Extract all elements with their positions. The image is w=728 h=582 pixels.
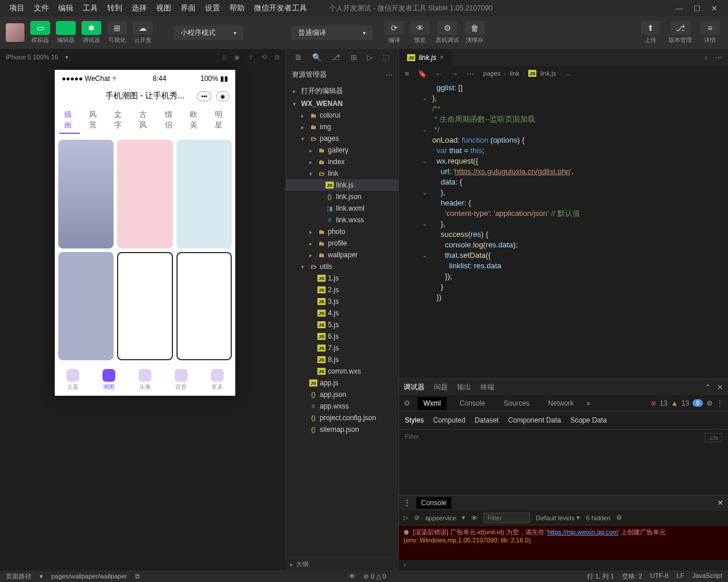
category-tab[interactable]: 插画 — [59, 107, 80, 134]
dbg-tab[interactable]: 终端 — [480, 382, 494, 392]
nav-item[interactable]: 文案 — [66, 369, 79, 391]
eye-icon[interactable]: 👁 — [471, 514, 478, 521]
copy-icon[interactable]: ⧉ — [135, 573, 140, 580]
rotate-icon[interactable]: ⟲ — [261, 54, 267, 61]
levels-dropdown[interactable]: Default levels ▾ — [536, 514, 580, 521]
list-icon[interactable]: ≡ — [405, 69, 409, 78]
tree-row[interactable]: JScomm.wxs — [286, 365, 398, 377]
tool-button[interactable]: ⬆ — [641, 21, 660, 35]
tree-row[interactable]: JS3.js — [286, 296, 398, 307]
close-icon[interactable]: ✕ — [718, 499, 723, 507]
dbg-tab[interactable]: 调试器 — [404, 382, 425, 392]
category-tab[interactable]: 风景 — [84, 107, 105, 134]
tree-row[interactable]: ▾🗁pages — [286, 133, 398, 144]
record-icon[interactable]: ◉ — [234, 54, 240, 61]
share-icon[interactable]: ⇪ — [248, 54, 253, 61]
context-dropdown[interactable]: appservice — [425, 514, 456, 521]
close-icon[interactable]: ✕ — [717, 383, 723, 392]
tool-button[interactable]: 👁 — [410, 21, 430, 35]
editor-tab[interactable]: JSlink.js× — [399, 49, 452, 66]
debug-icon[interactable]: ▷ — [367, 53, 373, 62]
tree-row[interactable]: {}project.config.json — [286, 412, 398, 424]
inspect-tab[interactable]: Console — [454, 397, 491, 410]
tree-row[interactable]: #link.wxss — [286, 214, 398, 226]
tree-row[interactable]: ▸🖿colorui — [286, 109, 398, 121]
tree-section[interactable]: ▾WX_WENAN — [286, 98, 398, 109]
console-prompt[interactable]: › — [399, 560, 728, 570]
nav-item[interactable]: 潮图 — [103, 369, 115, 391]
device-label[interactable]: iPhone 5 100% 16 — [6, 54, 58, 61]
more-icon[interactable]: ⋯ — [386, 71, 393, 79]
inspect-tab[interactable]: Network — [542, 397, 579, 410]
tree-row[interactable]: JS2.js — [286, 284, 398, 296]
dbg-tab[interactable]: 问题 — [434, 382, 448, 392]
tool-button[interactable]: ⎇ — [670, 21, 690, 35]
inspect-tab[interactable]: Sources — [498, 397, 535, 410]
tree-section[interactable]: ▸打开的编辑器 — [286, 84, 398, 98]
console-filter-input[interactable] — [483, 513, 530, 523]
tree-row[interactable]: ▸🖿gallery — [286, 144, 398, 156]
minimize-icon[interactable]: — — [676, 4, 683, 13]
cls-toggle[interactable]: .cls — [705, 433, 723, 442]
tree-row[interactable]: JS7.js — [286, 342, 398, 354]
wallpaper-item[interactable] — [117, 252, 172, 361]
eye-icon[interactable]: 👁 — [349, 573, 355, 580]
tool-button[interactable]: 🗑 — [465, 21, 485, 35]
inspect-tab[interactable]: Wxml — [418, 397, 447, 410]
menu-item[interactable]: 选择 — [127, 3, 151, 12]
more-icon[interactable]: ⋯ — [467, 69, 474, 78]
category-tab[interactable]: 明星 — [210, 107, 231, 134]
device-icon[interactable]: ▯ — [222, 54, 226, 61]
more-icon[interactable]: ⋮ — [404, 499, 411, 507]
more-icon[interactable]: ⋯ — [715, 54, 722, 62]
nav-item[interactable]: 更多 — [211, 369, 224, 391]
copy-icon[interactable]: ⧉ — [275, 54, 280, 61]
tree-row[interactable]: JS6.js — [286, 331, 398, 342]
tree-row[interactable]: JSlink.js — [286, 179, 398, 191]
nav-item[interactable]: 背景 — [175, 369, 188, 391]
tree-row[interactable]: ▸🖿img — [286, 121, 398, 133]
chevron-up-icon[interactable]: ⌃ — [705, 383, 711, 392]
target-icon[interactable]: ◉ — [216, 91, 229, 101]
tool-button[interactable]: ☁ — [133, 21, 153, 35]
tool-button[interactable]: ⊞ — [107, 21, 127, 35]
tree-row[interactable]: JSapp.js — [286, 377, 398, 389]
wallpaper-item[interactable] — [58, 252, 114, 361]
styles-tab[interactable]: Computed — [433, 416, 465, 424]
play-icon[interactable]: ▷ — [404, 514, 408, 521]
compile-dropdown[interactable]: 普通编译▾ — [291, 26, 373, 40]
tree-row[interactable]: JS4.js — [286, 307, 398, 319]
search-icon[interactable]: 🔍 — [312, 53, 321, 62]
back-icon[interactable]: ← — [435, 69, 443, 78]
tree-row[interactable]: {}app.json — [286, 389, 398, 400]
tree-row[interactable]: #app.wxss — [286, 400, 398, 412]
tree-row[interactable]: ▸🖿profile — [286, 237, 398, 249]
avatar[interactable] — [6, 23, 24, 42]
mode-dropdown[interactable]: 小程序模式▾ — [174, 26, 243, 40]
category-tab[interactable]: 文字 — [109, 107, 130, 134]
menu-item[interactable]: 文件 — [29, 3, 54, 12]
category-tab[interactable]: 古风 — [135, 107, 155, 134]
tree-row[interactable]: ▸🖿index — [286, 156, 398, 168]
bookmark-icon[interactable]: 🔖 — [418, 69, 427, 78]
close-icon[interactable]: ✕ — [711, 4, 718, 13]
split-icon[interactable]: ⫞ — [704, 54, 707, 62]
tree-row[interactable]: ▾🗁utils — [286, 261, 398, 272]
wallpaper-item[interactable] — [176, 140, 232, 249]
tree-row[interactable]: JS8.js — [286, 354, 398, 365]
menu-item[interactable]: 工具 — [78, 3, 103, 12]
menu-item[interactable]: 帮助 — [225, 3, 249, 12]
styles-tab[interactable]: Component Data — [508, 416, 561, 424]
menu-item[interactable]: 编辑 — [54, 3, 78, 12]
tree-row[interactable]: ▸🖿photo — [286, 226, 398, 237]
tool-button[interactable]: ✱ — [82, 21, 101, 35]
clear-icon[interactable]: ⊘ — [414, 514, 419, 521]
category-tab[interactable]: 情侣 — [160, 107, 181, 134]
tree-row[interactable]: {}link.json — [286, 191, 398, 203]
code-editor[interactable]: gglist: []⌄ }, /** * 生命周期函数--监听页面加载⌄ */ … — [399, 80, 728, 378]
gear-icon[interactable]: ⚙ — [616, 514, 622, 521]
tool-button[interactable]: ▭ — [30, 21, 50, 35]
inspect-icon[interactable]: ⯐ — [404, 399, 411, 407]
category-tab[interactable]: 欧美 — [185, 107, 206, 134]
tool-button[interactable]: ≡ — [700, 21, 720, 35]
